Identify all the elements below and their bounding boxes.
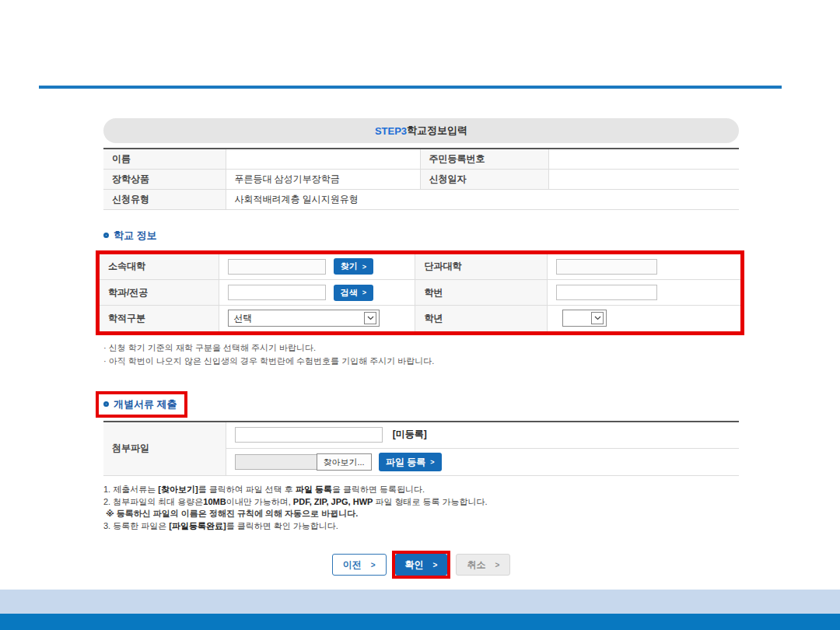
find-university-button[interactable]: 찾기> — [334, 258, 373, 275]
enrollment-status-selected-value: 선택 — [233, 312, 252, 325]
section-bullet-icon — [103, 401, 109, 407]
table-row: 학과/전공 검색> 학번 — [100, 280, 740, 306]
apply-date-label: 신청일자 — [420, 169, 548, 189]
attachment-label: 첨부파일 — [103, 422, 226, 476]
previous-button[interactable]: 이전> — [332, 554, 387, 576]
note-line: 3. 등록한 파일은 [파일등록완료]를 클릭하면 확인 가능합니다. — [103, 520, 739, 533]
product-value: 푸른등대 삼성기부장학금 — [226, 169, 420, 189]
grade-select[interactable] — [562, 310, 607, 327]
apply-type-value: 사회적배려계층 일시지원유형 — [226, 189, 739, 209]
header-divider-rule — [39, 86, 782, 89]
enrollment-status-label: 학적구분 — [100, 306, 219, 331]
apply-type-label: 신청유형 — [103, 189, 226, 209]
table-row: 소속대학 찾기> 단과대학 — [100, 254, 740, 280]
footer-dark-band — [0, 614, 840, 630]
footer-light-band — [0, 590, 840, 614]
name-label: 이름 — [103, 149, 226, 169]
personal-info-table: 이름 주민등록번호 장학상품 푸른등대 삼성기부장학금 신청일자 신청유형 사회… — [103, 148, 739, 210]
cancel-button[interactable]: 취소> — [456, 554, 510, 576]
highlight-box-docs-title: 개별서류 제출 — [96, 391, 187, 418]
docs-title-text: 개별서류 제출 — [114, 397, 177, 411]
rrn-label: 주민등록번호 — [420, 149, 548, 169]
page-title: 학교정보입력 — [407, 124, 467, 138]
hint-line: · 신청 학기 기준의 재학 구분을 선택해 주시기 바랍니다. — [103, 341, 739, 355]
attachment-table: 첨부파일 [미등록] 찾아보기... 파일 등록> — [103, 421, 739, 477]
hint-line: · 아직 학번이 나오지 않은 신입생의 경우 학번란에 수험번호를 기입해 주… — [103, 355, 739, 368]
highlight-box-school-info: 소속대학 찾기> 단과대학 학과/전공 검색> 학번 학적구분 — [96, 250, 744, 335]
name-value — [226, 149, 420, 169]
school-info-hints: · 신청 학기 기준의 재학 구분을 선택해 주시기 바랍니다. · 아직 학번… — [103, 341, 739, 368]
confirm-button[interactable]: 확인> — [395, 554, 448, 576]
button-arrow: > — [495, 561, 499, 569]
university-label: 소속대학 — [100, 254, 219, 280]
note-line: 1. 제출서류는 [찾아보기]를 클릭하여 파일 선택 후 파일 등록을 클릭하… — [103, 484, 739, 496]
button-arrow: > — [371, 561, 376, 569]
rrn-value — [548, 149, 739, 169]
section-bullet-icon — [103, 233, 109, 238]
college-input[interactable] — [556, 259, 657, 275]
button-arrow: > — [430, 458, 434, 466]
attachment-status-badge: [미등록] — [393, 429, 427, 439]
browse-button[interactable]: 찾아보기... — [317, 453, 372, 471]
search-department-button[interactable]: 검색> — [334, 285, 373, 301]
highlight-box-confirm-button: 확인> — [392, 551, 451, 579]
attachment-filename-input[interactable] — [235, 427, 383, 443]
school-info-title-text: 학교 정보 — [114, 229, 157, 243]
docs-section-title: 개별서류 제출 — [103, 397, 177, 411]
file-register-button[interactable]: 파일 등록> — [379, 453, 442, 471]
file-upload-notes: 1. 제출서류는 [찾아보기]를 클릭하여 파일 선택 후 파일 등록을 클릭하… — [103, 484, 739, 532]
file-path-field[interactable] — [235, 454, 317, 470]
college-label: 단과대학 — [415, 254, 548, 280]
table-row: 학적구분 선택 학년 — [100, 306, 740, 331]
enrollment-status-select[interactable]: 선택 — [228, 310, 380, 327]
department-label: 학과/전공 — [100, 280, 219, 306]
school-info-table: 소속대학 찾기> 단과대학 학과/전공 검색> 학번 학적구분 — [100, 254, 740, 331]
button-arrow: > — [433, 561, 438, 569]
table-row: 장학상품 푸른등대 삼성기부장학금 신청일자 — [103, 169, 739, 189]
chevron-down-icon — [364, 312, 376, 324]
step-header-bar: STEP3학교정보입력 — [103, 118, 739, 143]
docs-section: 개별서류 제출 — [103, 391, 739, 418]
school-info-section-title: 학교 정보 — [103, 229, 739, 243]
step-badge: STEP3 — [375, 125, 407, 137]
table-row: 첨부파일 [미등록] — [103, 422, 739, 449]
student-number-input[interactable] — [556, 285, 657, 300]
button-arrow: > — [362, 289, 366, 296]
product-label: 장학상품 — [103, 169, 226, 189]
student-number-label: 학번 — [415, 280, 548, 306]
action-button-row: 이전> 확인> 취소> — [103, 551, 739, 579]
chevron-down-icon — [591, 312, 604, 324]
table-row: 이름 주민등록번호 — [103, 149, 739, 169]
department-input[interactable] — [228, 285, 326, 300]
file-upload-control: 찾아보기... — [235, 453, 372, 471]
note-line-warning: ※ 등록하신 파일의 이름은 정해진 규칙에 의해 자동으로 바뀝니다. — [103, 508, 739, 520]
grade-label: 학년 — [415, 306, 548, 331]
table-row: 신청유형 사회적배려계층 일시지원유형 — [103, 189, 739, 209]
button-arrow: > — [362, 263, 366, 271]
apply-date-value — [548, 169, 739, 189]
note-line: 2. 첨부파일의 최대 용량은10MB이내만 가능하며, PDF, ZIP, J… — [103, 496, 739, 509]
main-content: STEP3학교정보입력 이름 주민등록번호 장학상품 푸른등대 삼성기부장학금 … — [103, 118, 739, 579]
university-input[interactable] — [228, 259, 326, 275]
